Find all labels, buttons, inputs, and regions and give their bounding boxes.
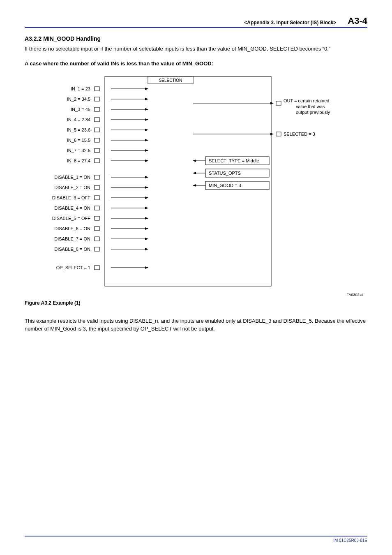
closing-paragraph: This example restricts the valid inputs … [25, 317, 367, 333]
page-header: <Appendix 3. Input Selector (IS) Block> … [25, 16, 367, 28]
svg-text:DISABLE_7 = ON: DISABLE_7 = ON [54, 236, 90, 241]
header-page-number: A3-4 [348, 16, 367, 25]
svg-text:DISABLE_8 = ON: DISABLE_8 = ON [54, 247, 90, 252]
svg-rect-36 [95, 206, 99, 210]
fa-code: FA0302.ai [25, 293, 367, 297]
svg-text:MIN_GOOD = 3: MIN_GOOD = 3 [209, 183, 241, 188]
svg-text:DISABLE_6 = ON: DISABLE_6 = ON [54, 226, 90, 231]
page-footer: IM 01C25R03-01E [25, 536, 367, 543]
selection-label: SELECTION [159, 78, 182, 83]
diagram: SELECTION IN_1 = 23 IN_2 = 34.5 [25, 72, 367, 297]
page: <Appendix 3. Input Selector (IS) Block> … [0, 0, 392, 555]
op-select: OP_SELECT = 1 [56, 265, 148, 270]
svg-rect-12 [95, 118, 99, 122]
params-group: SELECT_TYPE = Middle STATUS_OPTS MIN_GOO… [193, 157, 269, 190]
svg-rect-18 [95, 138, 99, 142]
section-intro: If there is no selectable input or if th… [25, 45, 367, 53]
svg-text:IN_7 = 32.5: IN_7 = 32.5 [67, 148, 90, 153]
selected-group: SELECTED = 0 [193, 132, 315, 136]
svg-text:IN_5 = 23.6: IN_5 = 23.6 [67, 127, 90, 132]
svg-text:IN_3 = 45: IN_3 = 45 [71, 107, 90, 112]
svg-text:OP_SELECT = 1: OP_SELECT = 1 [56, 265, 90, 270]
svg-text:IN_1 = 23: IN_1 = 23 [71, 86, 90, 91]
svg-rect-27 [95, 175, 99, 179]
svg-rect-15 [95, 128, 99, 132]
svg-text:STATUS_OPTS: STATUS_OPTS [209, 171, 241, 176]
svg-rect-9 [95, 107, 99, 111]
svg-text:output previously: output previously [296, 110, 330, 115]
svg-rect-24 [95, 159, 99, 163]
svg-rect-48 [95, 247, 99, 251]
header-section-title: <Appendix 3. Input Selector (IS) Block> [244, 20, 336, 25]
svg-rect-33 [95, 196, 99, 200]
inputs-group: IN_1 = 23 IN_2 = 34.5 IN_3 = 45 IN_4 = 2… [67, 86, 148, 163]
svg-text:value that was: value that was [296, 104, 325, 109]
figure-caption: Figure A3.2 Example (1) [25, 300, 367, 306]
svg-rect-45 [95, 237, 99, 241]
svg-text:DISABLE_3 = OFF: DISABLE_3 = OFF [52, 195, 91, 200]
svg-rect-39 [95, 216, 99, 220]
svg-text:OUT = certain retained: OUT = certain retained [284, 98, 329, 103]
footer-doc-code: IM 01C25R03-01E [25, 536, 367, 543]
svg-text:DISABLE_5 = OFF: DISABLE_5 = OFF [52, 216, 91, 221]
svg-rect-54 [276, 101, 281, 105]
svg-text:IN_6 = 15.5: IN_6 = 15.5 [67, 138, 90, 143]
svg-text:DISABLE_1 = ON: DISABLE_1 = ON [54, 175, 90, 180]
case-title: A case where the number of valid INs is … [25, 60, 367, 67]
svg-text:DISABLE_4 = ON: DISABLE_4 = ON [54, 206, 90, 210]
svg-rect-51 [95, 266, 99, 270]
svg-rect-21 [95, 148, 99, 153]
svg-text:IN_2 = 34.5: IN_2 = 34.5 [67, 97, 90, 102]
svg-rect-3 [95, 87, 99, 91]
section-heading: A3.2.2 MIN_GOOD Handling [25, 35, 367, 42]
svg-text:IN_4 = 2.34: IN_4 = 2.34 [67, 117, 90, 122]
svg-text:DISABLE_2 = ON: DISABLE_2 = ON [54, 185, 90, 190]
svg-text:SELECT_TYPE = Middle: SELECT_TYPE = Middle [209, 158, 259, 163]
svg-text:IN_8 = 27.4: IN_8 = 27.4 [67, 158, 90, 163]
svg-rect-42 [95, 227, 99, 231]
out-group: OUT = certain retained value that was ou… [193, 98, 330, 115]
disables-group: DISABLE_1 = ON DISABLE_2 = ON DISABLE_3 … [52, 175, 148, 252]
svg-rect-6 [95, 97, 99, 101]
svg-rect-30 [95, 185, 99, 190]
svg-text:SELECTED = 0: SELECTED = 0 [284, 132, 315, 136]
svg-rect-59 [276, 132, 281, 136]
